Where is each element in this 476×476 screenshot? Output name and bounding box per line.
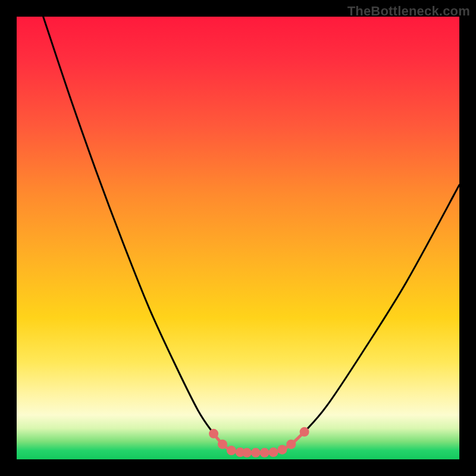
gradient-plot-area — [17, 17, 459, 459]
valley-marker — [286, 440, 296, 449]
valley-marker — [300, 427, 309, 437]
curve-layer — [17, 17, 459, 459]
valley-marker — [218, 440, 227, 449]
valley-marker — [260, 448, 270, 458]
curve-left-branch — [43, 17, 240, 452]
valley-marker — [227, 446, 236, 455]
valley-marker — [277, 445, 287, 455]
valley-marker — [269, 447, 278, 457]
chart-frame: TheBottleneck.com — [0, 0, 476, 476]
watermark-text: TheBottleneck.com — [347, 4, 470, 19]
valley-marker — [251, 448, 261, 458]
valley-marker — [209, 429, 218, 439]
valley-marker — [242, 448, 252, 458]
curve-right-branch — [274, 185, 459, 452]
